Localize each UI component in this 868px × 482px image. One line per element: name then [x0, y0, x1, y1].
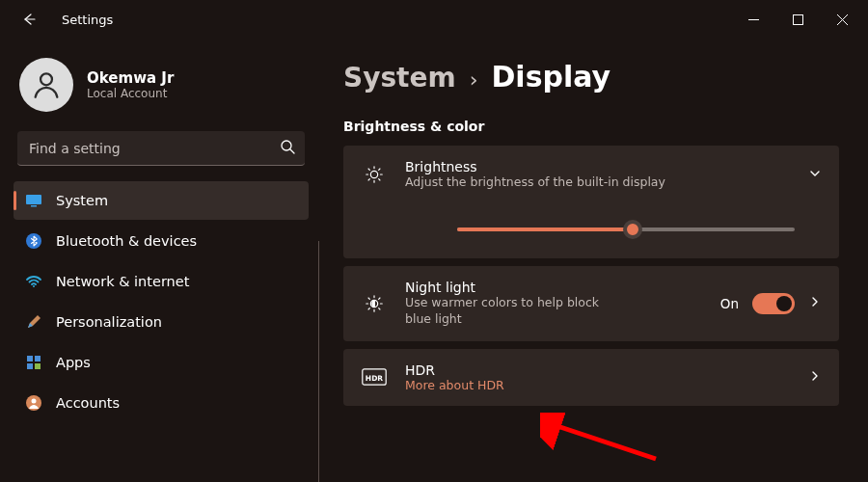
bluetooth-icon	[25, 232, 42, 250]
maximize-button[interactable]	[775, 4, 820, 35]
account-icon	[25, 394, 42, 412]
arrow-left-icon	[21, 12, 37, 27]
minimize-button[interactable]	[731, 4, 775, 35]
sidebar-item-label: Personalization	[56, 314, 162, 330]
sidebar-item-system[interactable]: System	[14, 181, 309, 220]
svg-point-12	[32, 399, 37, 404]
night-light-toggle[interactable]	[752, 293, 795, 314]
svg-rect-3	[26, 195, 41, 204]
hdr-title: HDR	[405, 362, 791, 378]
sidebar-item-apps[interactable]: Apps	[14, 343, 309, 382]
minimize-icon	[748, 14, 759, 25]
night-light-state-label: On	[720, 296, 739, 311]
svg-rect-0	[793, 14, 802, 24]
sidebar-item-network[interactable]: Network & internet	[14, 262, 309, 301]
hdr-more-link[interactable]: More about HDR	[405, 378, 791, 392]
window-title: Settings	[62, 13, 113, 27]
breadcrumb-parent[interactable]: System	[343, 62, 456, 94]
sidebar-item-label: Accounts	[56, 395, 120, 411]
svg-rect-10	[35, 363, 41, 369]
monitor-icon	[25, 192, 42, 209]
breadcrumb-current: Display	[491, 60, 610, 94]
night-light-title: Night light	[405, 280, 703, 295]
sidebar-item-label: Apps	[56, 355, 91, 370]
person-icon	[30, 68, 63, 101]
brightness-title: Brightness	[405, 159, 791, 174]
sidebar-item-label: Bluetooth & devices	[56, 233, 197, 249]
nav-list: System Bluetooth & devices Network & int…	[14, 181, 309, 422]
chevron-right-icon[interactable]	[808, 294, 822, 312]
sun-icon	[361, 164, 388, 185]
sidebar-item-personalization[interactable]: Personalization	[14, 303, 309, 341]
svg-rect-4	[31, 205, 37, 207]
svg-rect-8	[35, 356, 41, 362]
close-icon	[837, 14, 848, 25]
brightness-slider[interactable]	[457, 222, 795, 237]
brightness-desc: Adjust the brightness of the built-in di…	[405, 174, 791, 191]
back-button[interactable]	[15, 6, 42, 33]
avatar	[19, 58, 73, 112]
svg-point-2	[282, 141, 291, 150]
breadcrumb: System › Display	[343, 60, 839, 94]
user-name: Okemwa Jr	[87, 69, 174, 87]
sidebar-item-bluetooth[interactable]: Bluetooth & devices	[14, 222, 309, 260]
chevron-right-icon: ›	[470, 67, 478, 92]
hdr-icon: HDR	[361, 368, 388, 386]
svg-rect-9	[27, 363, 33, 369]
search-icon	[280, 139, 295, 158]
maximize-icon	[793, 14, 803, 25]
sidebar-item-label: Network & internet	[56, 274, 189, 289]
search-input[interactable]	[17, 131, 305, 166]
main-content: System › Display Brightness & color Brig…	[318, 39, 868, 482]
svg-point-13	[370, 172, 377, 178]
brightness-card[interactable]: Brightness Adjust the brightness of the …	[343, 146, 839, 258]
sidebar: Okemwa Jr Local Account System Bluetoo	[0, 39, 318, 482]
night-light-card[interactable]: Night light Use warmer colors to help bl…	[343, 266, 839, 341]
svg-point-6	[33, 285, 35, 287]
search-container	[17, 131, 305, 166]
sidebar-item-accounts[interactable]: Accounts	[14, 384, 309, 422]
profile-block[interactable]: Okemwa Jr Local Account	[19, 58, 309, 112]
brush-icon	[25, 313, 42, 331]
section-heading: Brightness & color	[343, 119, 839, 134]
svg-rect-7	[27, 356, 33, 362]
chevron-right-icon[interactable]	[808, 368, 822, 387]
apps-icon	[25, 354, 42, 371]
close-button[interactable]	[820, 4, 864, 35]
sidebar-item-label: System	[56, 193, 108, 208]
night-light-desc: Use warmer colors to help block blue lig…	[405, 295, 617, 328]
vertical-divider	[318, 241, 319, 482]
svg-point-1	[41, 73, 52, 85]
night-light-icon	[361, 293, 388, 314]
svg-text:HDR: HDR	[366, 374, 384, 383]
user-account-type: Local Account	[87, 87, 174, 100]
chevron-down-icon[interactable]	[808, 166, 822, 184]
titlebar: Settings	[0, 0, 868, 39]
wifi-icon	[25, 273, 42, 290]
hdr-card[interactable]: HDR HDR More about HDR	[343, 349, 839, 406]
